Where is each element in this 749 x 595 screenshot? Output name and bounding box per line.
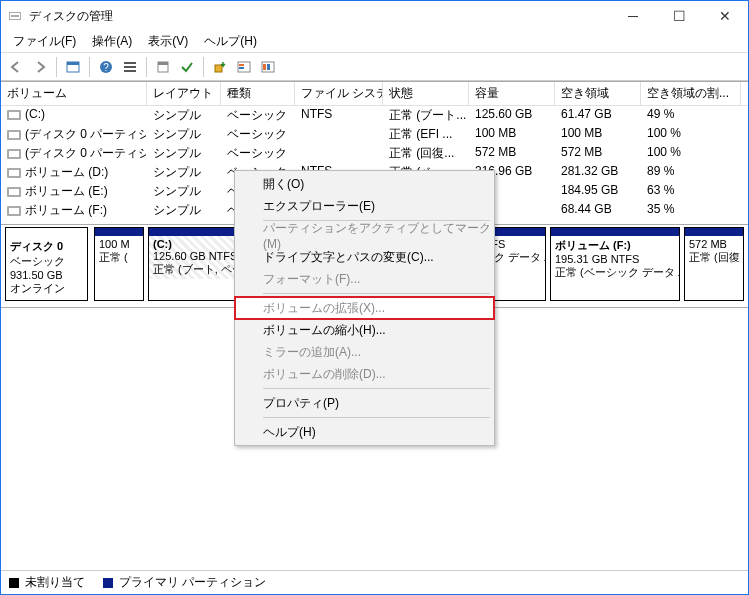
svg-rect-12 xyxy=(215,65,222,72)
tb-import[interactable] xyxy=(209,56,231,78)
cell: 61.47 GB xyxy=(555,106,641,125)
volume-icon xyxy=(7,168,21,178)
svg-rect-2 xyxy=(11,15,19,17)
ctx-delete: ボリュームの削除(D)... xyxy=(235,363,494,385)
titlebar: ディスクの管理 ─ ☐ ✕ xyxy=(1,1,748,31)
ctx-extend: ボリュームの拡張(X)... xyxy=(235,297,494,319)
tb-check[interactable] xyxy=(176,56,198,78)
cell: シンプル xyxy=(147,182,221,201)
disk-partition-f[interactable]: ボリューム (F:) 195.31 GB NTFS 正常 (ベーシック データ … xyxy=(550,227,680,301)
legend-unallocated-swatch xyxy=(9,578,19,588)
ctx-shrink[interactable]: ボリュームの縮小(H)... xyxy=(235,319,494,341)
svg-rect-4 xyxy=(67,62,79,65)
tb-forward[interactable] xyxy=(29,56,51,78)
p-status: 正常 ( xyxy=(99,250,139,265)
th-status[interactable]: 状態 xyxy=(383,82,469,105)
disk-status: オンライン xyxy=(10,281,83,296)
toolbar: ? xyxy=(1,53,748,81)
svg-rect-7 xyxy=(124,62,136,64)
svg-text:?: ? xyxy=(103,62,109,73)
cell: シンプル xyxy=(147,106,221,125)
svg-rect-8 xyxy=(124,66,136,68)
th-free[interactable]: 空き領域 xyxy=(555,82,641,105)
legend-unallocated: 未割り当て xyxy=(25,575,85,589)
volume-icon xyxy=(7,206,21,216)
cell: 100 MB xyxy=(555,125,641,144)
cell: 63 % xyxy=(641,182,741,201)
cell: 正常 (ブート... xyxy=(383,106,469,125)
menu-file[interactable]: ファイル(F) xyxy=(5,31,84,52)
app-icon xyxy=(7,8,23,24)
ctx-help[interactable]: ヘルプ(H) xyxy=(235,421,494,443)
table-header: ボリューム レイアウト 種類 ファイル システム 状態 容量 空き領域 空き領域… xyxy=(1,82,748,106)
disk-info[interactable]: ディスク 0 ベーシック 931.50 GB オンライン xyxy=(5,227,88,301)
tb-back[interactable] xyxy=(5,56,27,78)
menubar: ファイル(F) 操作(A) 表示(V) ヘルプ(H) xyxy=(1,31,748,53)
cell: 100 % xyxy=(641,125,741,144)
th-capacity[interactable]: 容量 xyxy=(469,82,555,105)
tb-detail[interactable] xyxy=(233,56,255,78)
ctx-open[interactable]: 開く(O) xyxy=(235,173,494,195)
cell: シンプル xyxy=(147,201,221,220)
th-volume[interactable]: ボリューム xyxy=(1,82,147,105)
context-menu: 開く(O) エクスプローラー(E) パーティションをアクティブとしてマーク(M)… xyxy=(234,170,495,446)
legend-primary: プライマリ パーティション xyxy=(119,575,266,589)
cell: シンプル xyxy=(147,144,221,163)
window-title: ディスクの管理 xyxy=(29,8,610,25)
table-row[interactable]: (C:) シンプル ベーシック NTFS 正常 (ブート... 125.60 G… xyxy=(1,106,748,125)
disk-partition[interactable]: 100 M 正常 ( xyxy=(94,227,144,301)
cell: ベーシック xyxy=(221,144,295,163)
close-button[interactable]: ✕ xyxy=(702,1,748,31)
svg-rect-18 xyxy=(267,64,270,70)
tb-list1[interactable] xyxy=(119,56,141,78)
cell: 89 % xyxy=(641,163,741,182)
volume-icon xyxy=(7,130,21,140)
cell: 572 MB xyxy=(555,144,641,163)
cell: (C:) xyxy=(25,107,45,121)
legend-primary-swatch xyxy=(103,578,113,588)
disk-partition[interactable]: 572 MB 正常 (回復 xyxy=(684,227,744,301)
cell: (ディスク 0 パーティシ... xyxy=(25,146,147,160)
menu-action[interactable]: 操作(A) xyxy=(84,31,140,52)
tb-help[interactable]: ? xyxy=(95,56,117,78)
table-row[interactable]: (ディスク 0 パーティシ... シンプル ベーシック 正常 (EFI ... … xyxy=(1,125,748,144)
legend: 未割り当て プライマリ パーティション xyxy=(1,570,748,594)
ctx-format: フォーマット(F)... xyxy=(235,268,494,290)
cell: 125.60 GB xyxy=(469,106,555,125)
volume-icon xyxy=(7,110,21,120)
tb-props[interactable] xyxy=(152,56,174,78)
ctx-properties[interactable]: プロパティ(P) xyxy=(235,392,494,414)
menu-view[interactable]: 表示(V) xyxy=(140,31,196,52)
disk-name: ディスク 0 xyxy=(10,239,83,254)
cell: ベーシック xyxy=(221,125,295,144)
cell: (ディスク 0 パーティシ... xyxy=(25,127,147,141)
p-status: 正常 (回復 xyxy=(689,250,739,265)
cell: シンプル xyxy=(147,163,221,182)
cell: 572 MB xyxy=(469,144,555,163)
th-type[interactable]: 種類 xyxy=(221,82,295,105)
disk-size: 931.50 GB xyxy=(10,269,83,281)
menu-help[interactable]: ヘルプ(H) xyxy=(196,31,265,52)
cell: 184.95 GB xyxy=(555,182,641,201)
p-size: 572 MB xyxy=(689,238,739,250)
tb-detail2[interactable] xyxy=(257,56,279,78)
cell: 100 MB xyxy=(469,125,555,144)
svg-rect-11 xyxy=(158,62,168,65)
minimize-button[interactable]: ─ xyxy=(610,1,656,31)
th-layout[interactable]: レイアウト xyxy=(147,82,221,105)
svg-rect-15 xyxy=(239,67,244,69)
th-freepct[interactable]: 空き領域の割... xyxy=(641,82,741,105)
th-filesystem[interactable]: ファイル システム xyxy=(295,82,383,105)
tb-view[interactable] xyxy=(62,56,84,78)
ctx-explorer[interactable]: エクスプローラー(E) xyxy=(235,195,494,217)
cell: 68.44 GB xyxy=(555,201,641,220)
cell: NTFS xyxy=(295,106,383,125)
maximize-button[interactable]: ☐ xyxy=(656,1,702,31)
cell: 100 % xyxy=(641,144,741,163)
p-size: 100 M xyxy=(99,238,139,250)
cell: シンプル xyxy=(147,125,221,144)
cell: ボリューム (D:) xyxy=(25,165,108,179)
disk-management-window: ディスクの管理 ─ ☐ ✕ ファイル(F) 操作(A) 表示(V) ヘルプ(H)… xyxy=(0,0,749,595)
table-row[interactable]: (ディスク 0 パーティシ... シンプル ベーシック 正常 (回復... 57… xyxy=(1,144,748,163)
cell xyxy=(295,125,383,144)
